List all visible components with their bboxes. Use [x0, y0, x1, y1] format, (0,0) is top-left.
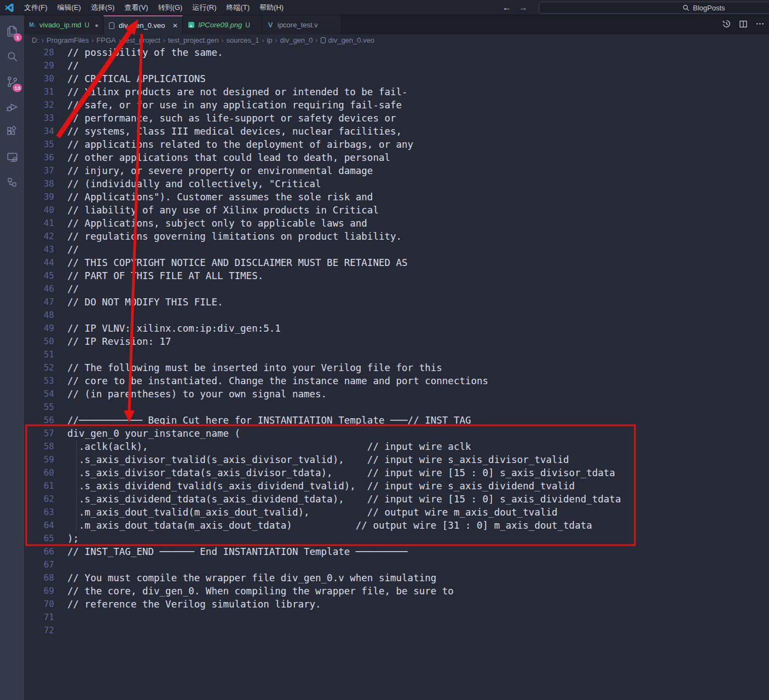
- activity-bar-item-run-and-debug[interactable]: [0, 95, 24, 120]
- code-line-40[interactable]: 40// liability of any use of Xilinx prod…: [24, 204, 769, 217]
- breadcrumb-item-6[interactable]: ip: [267, 36, 272, 44]
- line-content: [54, 558, 67, 571]
- line-content: // INST_TAG_END ────── End INSTANTIATION…: [54, 545, 408, 558]
- code-line-52[interactable]: 52// The following must be inserted into…: [24, 361, 769, 374]
- menu-item-6[interactable]: 终端(T): [221, 0, 255, 15]
- breadcrumb-item-5[interactable]: sources_1: [226, 36, 259, 44]
- code-line-47[interactable]: 47// DO NOT MODIFY THIS FILE.: [24, 296, 769, 309]
- line-content: .s_axis_dividend_tvalid(s_axis_dividend_…: [54, 479, 575, 493]
- back-arrow-icon[interactable]: ←: [502, 3, 511, 13]
- code-line-41[interactable]: 41// Applications, subject only to appli…: [24, 217, 769, 230]
- code-line-63[interactable]: 63 .m_axis_dout_tvalid(m_axis_dout_tvali…: [24, 506, 769, 519]
- code-line-60[interactable]: 60 .s_axis_divisor_tdata(s_axis_divisor_…: [24, 466, 769, 479]
- code-line-64[interactable]: 64 .m_axis_dout_tdata(m_axis_dout_tdata)…: [24, 519, 769, 532]
- menu-item-0[interactable]: 文件(F): [19, 0, 53, 15]
- breadcrumb-item-4[interactable]: test_project.gen: [168, 36, 219, 44]
- forward-arrow-icon[interactable]: →: [519, 3, 528, 13]
- code-line-51[interactable]: 51: [24, 348, 769, 361]
- vscode-window: 文件(F)编辑(E)选择(S)查看(V)转到(G)运行(R)终端(T)帮助(H)…: [0, 0, 769, 700]
- menu-item-4[interactable]: 转到(G): [153, 0, 188, 15]
- breadcrumb-item-1[interactable]: ProgramFiles: [47, 36, 89, 44]
- code-line-62[interactable]: 62 .s_axis_dividend_tdata(s_axis_dividen…: [24, 493, 769, 506]
- code-line-70[interactable]: 70// reference the Verilog simulation li…: [24, 598, 769, 611]
- activity-bar-item-extensions[interactable]: [0, 120, 24, 146]
- code-line-49[interactable]: 49// IP VLNV: xilinx.com:ip:div_gen:5.1: [24, 322, 769, 335]
- code-line-30[interactable]: 30// CRITICAL APPLICATIONS: [24, 72, 769, 85]
- code-line-72[interactable]: 72: [24, 624, 769, 637]
- more-actions-icon[interactable]: [755, 19, 765, 31]
- activity-bar-item-hierarchy[interactable]: [0, 171, 24, 196]
- line-content: // IP Revision: 17: [54, 335, 171, 348]
- code-line-39[interactable]: 39// Applications"). Customer assumes th…: [24, 190, 769, 204]
- breadcrumb-item-8[interactable]: div_gen_0.veo: [328, 36, 375, 44]
- close-tab-icon[interactable]: ✕: [172, 22, 178, 30]
- code-line-59[interactable]: 59 .s_axis_divisor_tvalid(s_axis_divisor…: [24, 453, 769, 466]
- code-line-65[interactable]: 65);: [24, 532, 769, 545]
- activity-bar-item-explorer[interactable]: 1: [0, 20, 24, 45]
- code-line-45[interactable]: 45// PART OF THIS FILE AT ALL TIMES.: [24, 269, 769, 282]
- code-line-34[interactable]: 34// systems, Class III medical devices,…: [24, 125, 769, 138]
- tab-vivado_ip.md[interactable]: M↓vivado_ip.mdU●: [24, 15, 103, 34]
- code-line-57[interactable]: 57div_gen_0 your_instance_name (: [24, 427, 769, 440]
- code-line-38[interactable]: 38// (individually and collectively, "Cr…: [24, 177, 769, 190]
- code-line-32[interactable]: 32// safe, or for use in any application…: [24, 99, 769, 112]
- tab-ipcore_test.v[interactable]: Vipcore_test.v: [262, 15, 342, 34]
- activity-bar-item-source-control[interactable]: 13: [0, 70, 24, 95]
- code-line-33[interactable]: 33// performance, such as life-support o…: [24, 112, 769, 125]
- line-number: 69: [24, 585, 54, 598]
- line-number: 36: [24, 151, 54, 164]
- code-line-43[interactable]: 43//: [24, 243, 769, 256]
- breadcrumb-item-0[interactable]: D:: [32, 36, 39, 44]
- line-content: // core to be instantiated. Change the i…: [54, 374, 488, 387]
- code-line-31[interactable]: 31// Xilinx products are not designed or…: [24, 85, 769, 99]
- breadcrumb-item-2[interactable]: FPGA: [96, 36, 115, 44]
- line-content: );: [54, 532, 79, 545]
- breadcrumb-item-3[interactable]: test_project: [124, 36, 160, 44]
- code-line-56[interactable]: 56//─────────── Begin Cut here for INSTA…: [24, 414, 769, 427]
- split-editor-icon[interactable]: [739, 20, 748, 31]
- code-line-50[interactable]: 50// IP Revision: 17: [24, 335, 769, 348]
- line-content: //─────────── Begin Cut here for INSTANT…: [54, 414, 471, 427]
- line-content: // THIS COPYRIGHT NOTICE AND DISCLAIMER …: [54, 256, 408, 269]
- menu-item-5[interactable]: 运行(R): [187, 0, 221, 15]
- code-line-44[interactable]: 44// THIS COPYRIGHT NOTICE AND DISCLAIME…: [24, 256, 769, 269]
- tab-IPCore09.png[interactable]: IPCore09.pngU: [183, 15, 262, 34]
- code-line-69[interactable]: 69// the core, div_gen_0. When compiling…: [24, 585, 769, 598]
- code-line-28[interactable]: 28// possibility of the same.: [24, 46, 769, 59]
- code-line-68[interactable]: 68// You must compile the wrapper file d…: [24, 571, 769, 585]
- code-line-55[interactable]: 55: [24, 401, 769, 414]
- tab-div_gen_0.veo[interactable]: div_gen_0.veo✕: [103, 15, 183, 34]
- line-number: 65: [24, 532, 54, 545]
- code-line-48[interactable]: 48: [24, 309, 769, 322]
- breadcrumb-item-7[interactable]: div_gen_0: [280, 36, 313, 44]
- line-number: 50: [24, 335, 54, 348]
- menu-item-7[interactable]: 帮助(H): [255, 0, 288, 15]
- command-center-search[interactable]: BlogPosts: [539, 2, 769, 14]
- code-line-36[interactable]: 36// other applications that could lead …: [24, 151, 769, 164]
- timeline-history-icon[interactable]: [722, 19, 731, 31]
- menu-item-2[interactable]: 选择(S): [86, 0, 119, 15]
- code-line-61[interactable]: 61 .s_axis_dividend_tvalid(s_axis_divide…: [24, 479, 769, 493]
- line-number: 67: [24, 558, 54, 571]
- activity-bar-item-remote-explorer[interactable]: [0, 146, 24, 171]
- code-line-29[interactable]: 29//: [24, 59, 769, 72]
- code-line-42[interactable]: 42// regulations governing limitations o…: [24, 230, 769, 243]
- code-line-66[interactable]: 66// INST_TAG_END ────── End INSTANTIATI…: [24, 545, 769, 558]
- code-line-71[interactable]: 71: [24, 611, 769, 624]
- code-line-58[interactable]: 58 .aclk(aclk), // input wire aclk: [24, 440, 769, 453]
- code-line-35[interactable]: 35// applications related to the deploym…: [24, 138, 769, 151]
- modified-dot-icon[interactable]: ●: [95, 22, 99, 28]
- activity-bar-item-search[interactable]: [0, 45, 24, 70]
- menu-item-1[interactable]: 编辑(E): [53, 0, 86, 15]
- line-number: 59: [24, 453, 54, 466]
- code-line-67[interactable]: 67: [24, 558, 769, 571]
- menu-item-3[interactable]: 查看(V): [119, 0, 153, 15]
- code-line-53[interactable]: 53// core to be instantiated. Change the…: [24, 374, 769, 387]
- code-editor[interactable]: 28// possibility of the same.29//30// CR…: [24, 46, 769, 700]
- code-line-46[interactable]: 46//: [24, 282, 769, 296]
- code-line-54[interactable]: 54// (in parentheses) to your own signal…: [24, 387, 769, 401]
- line-content: // applications related to the deploymen…: [54, 138, 413, 151]
- line-number: 47: [24, 296, 54, 309]
- code-line-37[interactable]: 37// injury, or severe property or envir…: [24, 164, 769, 177]
- line-number: 40: [24, 204, 54, 217]
